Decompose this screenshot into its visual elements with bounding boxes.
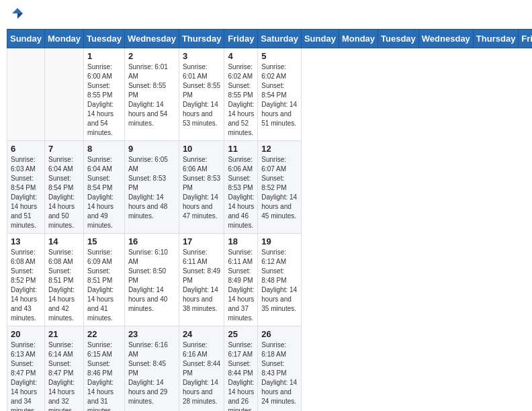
calendar-cell: 3Sunrise: 6:01 AM Sunset: 8:55 PM Daylig…: [179, 48, 224, 141]
day-number: 25: [228, 329, 254, 339]
day-info: Sunrise: 6:00 AM Sunset: 8:55 PM Dayligh…: [87, 62, 121, 138]
day-info: Sunrise: 6:15 AM Sunset: 8:46 PM Dayligh…: [87, 340, 121, 411]
calendar-table: SundayMondayTuesdayWednesdayThursdayFrid…: [7, 29, 532, 411]
calendar-week-4: 20Sunrise: 6:13 AM Sunset: 8:47 PM Dayli…: [7, 326, 533, 412]
calendar-week-3: 13Sunrise: 6:08 AM Sunset: 8:52 PM Dayli…: [7, 234, 533, 326]
day-number: 7: [48, 144, 80, 154]
col-header-thursday: Thursday: [473, 30, 519, 48]
calendar-cell: 9Sunrise: 6:05 AM Sunset: 8:53 PM Daylig…: [124, 141, 179, 234]
day-info: Sunrise: 6:03 AM Sunset: 8:54 PM Dayligh…: [11, 155, 41, 230]
day-number: 13: [11, 236, 41, 246]
day-info: Sunrise: 6:04 AM Sunset: 8:54 PM Dayligh…: [87, 155, 121, 230]
day-number: 12: [261, 144, 298, 154]
day-number: 8: [87, 144, 121, 154]
calendar-week-1: 1Sunrise: 6:00 AM Sunset: 8:55 PM Daylig…: [7, 48, 533, 141]
calendar-header-row: SundayMondayTuesdayWednesdayThursdayFrid…: [7, 30, 533, 48]
day-info: Sunrise: 6:06 AM Sunset: 8:53 PM Dayligh…: [228, 155, 254, 230]
calendar-cell: 22Sunrise: 6:15 AM Sunset: 8:46 PM Dayli…: [84, 326, 125, 412]
day-info: Sunrise: 6:08 AM Sunset: 8:51 PM Dayligh…: [48, 248, 80, 323]
logo: [9, 7, 24, 24]
day-number: 2: [128, 51, 175, 61]
day-header-sunday: Sunday: [7, 30, 45, 48]
day-info: Sunrise: 6:11 AM Sunset: 8:49 PM Dayligh…: [228, 248, 254, 323]
day-info: Sunrise: 6:08 AM Sunset: 8:52 PM Dayligh…: [11, 248, 41, 323]
calendar-cell: 25Sunrise: 6:17 AM Sunset: 8:44 PM Dayli…: [224, 326, 258, 412]
calendar-cell: 5Sunrise: 6:02 AM Sunset: 8:54 PM Daylig…: [258, 48, 302, 141]
col-header-tuesday: Tuesday: [378, 30, 419, 48]
day-info: Sunrise: 6:17 AM Sunset: 8:44 PM Dayligh…: [228, 340, 254, 411]
calendar-week-2: 6Sunrise: 6:03 AM Sunset: 8:54 PM Daylig…: [7, 141, 533, 234]
day-number: 21: [48, 329, 80, 339]
day-header-tuesday: Tuesday: [84, 30, 125, 48]
page-header: [7, 7, 525, 24]
day-header-saturday: Saturday: [258, 30, 302, 48]
day-info: Sunrise: 6:04 AM Sunset: 8:54 PM Dayligh…: [48, 155, 80, 230]
logo-icon: [11, 7, 24, 20]
svg-marker-1: [17, 13, 23, 19]
day-info: Sunrise: 6:14 AM Sunset: 8:47 PM Dayligh…: [48, 340, 80, 411]
calendar-cell: 15Sunrise: 6:09 AM Sunset: 8:51 PM Dayli…: [84, 234, 125, 326]
day-info: Sunrise: 6:02 AM Sunset: 8:55 PM Dayligh…: [228, 62, 254, 138]
calendar-cell: 14Sunrise: 6:08 AM Sunset: 8:51 PM Dayli…: [44, 234, 83, 326]
calendar-cell: 2Sunrise: 6:01 AM Sunset: 8:55 PM Daylig…: [124, 48, 179, 141]
day-number: 20: [11, 329, 41, 339]
col-header-sunday: Sunday: [301, 30, 339, 48]
col-header-monday: Monday: [339, 30, 378, 48]
day-info: Sunrise: 6:05 AM Sunset: 8:53 PM Dayligh…: [128, 155, 175, 221]
calendar-cell: 18Sunrise: 6:11 AM Sunset: 8:49 PM Dayli…: [224, 234, 258, 326]
calendar-cell: 10Sunrise: 6:06 AM Sunset: 8:53 PM Dayli…: [179, 141, 224, 234]
calendar-cell: 4Sunrise: 6:02 AM Sunset: 8:55 PM Daylig…: [224, 48, 258, 141]
day-number: 11: [228, 144, 254, 154]
day-header-thursday: Thursday: [179, 30, 224, 48]
day-info: Sunrise: 6:09 AM Sunset: 8:51 PM Dayligh…: [87, 248, 121, 323]
calendar-cell: 24Sunrise: 6:16 AM Sunset: 8:44 PM Dayli…: [179, 326, 224, 412]
day-info: Sunrise: 6:01 AM Sunset: 8:55 PM Dayligh…: [183, 62, 221, 128]
calendar-cell: 7Sunrise: 6:04 AM Sunset: 8:54 PM Daylig…: [44, 141, 83, 234]
day-info: Sunrise: 6:07 AM Sunset: 8:52 PM Dayligh…: [261, 155, 298, 221]
calendar-cell: 6Sunrise: 6:03 AM Sunset: 8:54 PM Daylig…: [7, 141, 45, 234]
day-header-monday: Monday: [44, 30, 83, 48]
day-info: Sunrise: 6:13 AM Sunset: 8:47 PM Dayligh…: [11, 340, 41, 411]
calendar-cell: 26Sunrise: 6:18 AM Sunset: 8:43 PM Dayli…: [258, 326, 302, 412]
day-number: 14: [48, 236, 80, 246]
calendar-cell: 11Sunrise: 6:06 AM Sunset: 8:53 PM Dayli…: [224, 141, 258, 234]
day-header-friday: Friday: [224, 30, 258, 48]
day-info: Sunrise: 6:02 AM Sunset: 8:54 PM Dayligh…: [261, 62, 298, 128]
calendar-cell: [44, 48, 83, 141]
day-info: Sunrise: 6:06 AM Sunset: 8:53 PM Dayligh…: [183, 155, 221, 221]
day-info: Sunrise: 6:11 AM Sunset: 8:49 PM Dayligh…: [183, 248, 221, 314]
day-number: 10: [183, 144, 221, 154]
day-info: Sunrise: 6:01 AM Sunset: 8:55 PM Dayligh…: [128, 62, 175, 128]
day-header-wednesday: Wednesday: [124, 30, 179, 48]
calendar-cell: 17Sunrise: 6:11 AM Sunset: 8:49 PM Dayli…: [179, 234, 224, 326]
calendar-cell: 23Sunrise: 6:16 AM Sunset: 8:45 PM Dayli…: [124, 326, 179, 412]
calendar-cell: 13Sunrise: 6:08 AM Sunset: 8:52 PM Dayli…: [7, 234, 45, 326]
calendar-cell: 8Sunrise: 6:04 AM Sunset: 8:54 PM Daylig…: [84, 141, 125, 234]
day-info: Sunrise: 6:12 AM Sunset: 8:48 PM Dayligh…: [261, 248, 298, 314]
calendar-cell: 21Sunrise: 6:14 AM Sunset: 8:47 PM Dayli…: [44, 326, 83, 412]
col-header-friday: Friday: [519, 30, 532, 48]
day-number: 5: [261, 51, 298, 61]
svg-marker-0: [12, 8, 23, 13]
day-number: 9: [128, 144, 175, 154]
day-number: 17: [183, 236, 221, 246]
day-number: 24: [183, 329, 221, 339]
day-number: 1: [87, 51, 121, 61]
day-number: 23: [128, 329, 175, 339]
day-number: 16: [128, 236, 175, 246]
day-number: 26: [261, 329, 298, 339]
col-header-wednesday: Wednesday: [418, 30, 473, 48]
calendar-cell: 20Sunrise: 6:13 AM Sunset: 8:47 PM Dayli…: [7, 326, 45, 412]
day-number: 19: [261, 236, 298, 246]
day-info: Sunrise: 6:16 AM Sunset: 8:45 PM Dayligh…: [128, 340, 175, 406]
day-info: Sunrise: 6:18 AM Sunset: 8:43 PM Dayligh…: [261, 340, 298, 406]
calendar-cell: 19Sunrise: 6:12 AM Sunset: 8:48 PM Dayli…: [258, 234, 302, 326]
day-number: 6: [11, 144, 41, 154]
calendar-cell: [7, 48, 45, 141]
day-number: 18: [228, 236, 254, 246]
calendar-cell: 12Sunrise: 6:07 AM Sunset: 8:52 PM Dayli…: [258, 141, 302, 234]
day-number: 3: [183, 51, 221, 61]
day-number: 4: [228, 51, 254, 61]
calendar-cell: 1Sunrise: 6:00 AM Sunset: 8:55 PM Daylig…: [84, 48, 125, 141]
day-number: 22: [87, 329, 121, 339]
